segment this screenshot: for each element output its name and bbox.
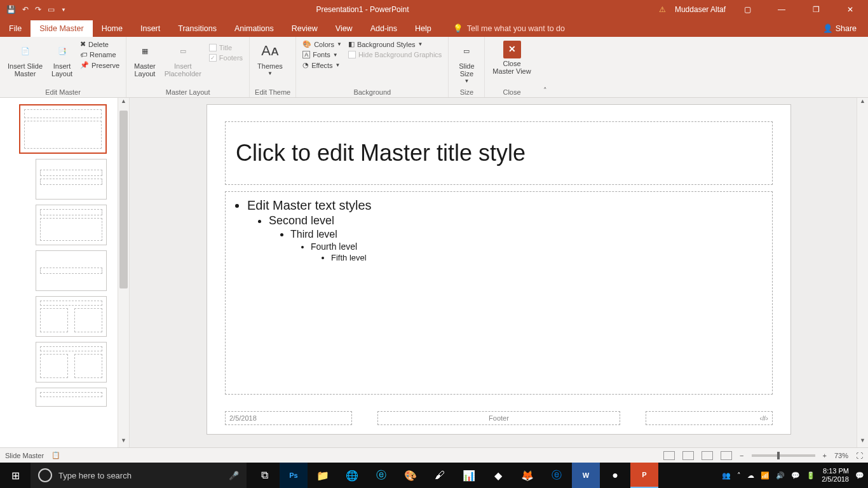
layout-thumbnail[interactable]	[36, 205, 107, 245]
tab-slide-master[interactable]: Slide Master	[31, 20, 92, 37]
zoom-slider-thumb[interactable]	[777, 452, 780, 459]
zoom-level[interactable]: 73%	[834, 452, 848, 459]
microphone-icon[interactable]: 🎤	[229, 471, 239, 480]
app-icon[interactable]: ◆	[484, 463, 512, 488]
insert-slide-master-button[interactable]: 📄 Insert Slide Master	[5, 39, 45, 79]
zoom-in-button[interactable]: +	[823, 452, 827, 459]
powerpoint-icon[interactable]: P	[630, 463, 658, 488]
tell-me-search[interactable]: 💡 Tell me what you want to do	[453, 20, 565, 37]
network-icon[interactable]: 📶	[761, 471, 770, 480]
bullet-level-3[interactable]: Third level	[290, 229, 762, 240]
slide-size-label: Slide Size	[459, 62, 474, 78]
bullet-level-4[interactable]: Fourth level	[311, 241, 762, 252]
ribbon-display-options-icon[interactable]: ▢	[735, 5, 760, 14]
share-button[interactable]: 👤 Share	[817, 20, 863, 37]
onedrive-icon[interactable]: ☁	[747, 471, 754, 480]
tab-transitions[interactable]: Transitions	[169, 20, 226, 37]
layout-thumbnail[interactable]	[36, 159, 107, 200]
thumbnail-scrollbar[interactable]: ▲ ▼	[118, 98, 129, 447]
chrome-icon[interactable]: 🌐	[338, 463, 366, 488]
preserve-button[interactable]: 📌Preserve	[79, 60, 121, 70]
file-explorer-icon[interactable]: 📁	[309, 463, 337, 488]
tab-home[interactable]: Home	[93, 20, 132, 37]
tab-review[interactable]: Review	[283, 20, 327, 37]
start-button[interactable]: ⊞	[0, 463, 31, 488]
tab-help[interactable]: Help	[406, 20, 440, 37]
bullet-level-2[interactable]: Second level	[269, 214, 762, 227]
tab-animations[interactable]: Animations	[226, 20, 283, 37]
normal-view-button[interactable]	[663, 451, 675, 460]
app-icon[interactable]: 📊	[455, 463, 483, 488]
bullet-level-5[interactable]: Fifth level	[331, 253, 762, 262]
close-button[interactable]: ✕	[837, 5, 863, 14]
scrollbar-thumb[interactable]	[119, 111, 128, 288]
tab-file[interactable]: File	[0, 20, 31, 37]
layout-thumbnail[interactable]	[36, 250, 107, 291]
slide-master-thumbnail[interactable]	[19, 104, 107, 154]
word-icon[interactable]: W	[572, 463, 600, 488]
scroll-down-icon[interactable]: ▼	[857, 437, 868, 447]
tab-insert[interactable]: Insert	[132, 20, 169, 37]
master-layout-button[interactable]: ▦ Master Layout	[132, 39, 158, 79]
scroll-up-icon[interactable]: ▲	[857, 98, 868, 108]
tab-addins[interactable]: Add-ins	[362, 20, 406, 37]
task-view-icon[interactable]: ⧉	[250, 463, 278, 488]
bullet-level-1[interactable]: Edit Master text styles	[247, 198, 762, 213]
slide-sorter-button[interactable]	[682, 451, 694, 460]
footer-placeholder[interactable]: Footer	[377, 411, 620, 425]
scroll-up-icon[interactable]: ▲	[118, 98, 129, 108]
layout-thumbnail[interactable]	[36, 342, 107, 383]
effects-button[interactable]: ◔Effects▼	[301, 60, 343, 70]
fit-to-window-button[interactable]: ⛶	[856, 452, 863, 459]
tab-view[interactable]: View	[327, 20, 362, 37]
volume-icon[interactable]: 🔊	[776, 471, 785, 480]
edit-scrollbar[interactable]: ▲ ▼	[857, 98, 868, 447]
start-from-beginning-icon[interactable]: ▭	[48, 5, 55, 14]
app-icon[interactable]: ●	[601, 463, 629, 488]
title-placeholder[interactable]: Click to edit Master title style	[225, 121, 773, 185]
collapse-ribbon-button[interactable]: ˄	[539, 37, 552, 97]
layout-thumbnail[interactable]	[36, 388, 107, 407]
reading-view-button[interactable]	[702, 451, 713, 460]
app-icon[interactable]: 🖌	[426, 463, 454, 488]
scroll-down-icon[interactable]: ▼	[118, 437, 129, 447]
notes-icon[interactable]: 📋	[51, 451, 60, 459]
fonts-button[interactable]: AFonts▼	[301, 50, 343, 59]
people-icon[interactable]: 👥	[722, 471, 731, 480]
redo-icon[interactable]: ↷	[35, 5, 41, 14]
background-styles-button[interactable]: ◧Background Styles▼	[347, 39, 443, 49]
date-placeholder[interactable]: 2/5/2018	[225, 411, 352, 425]
delete-icon: ✖	[80, 40, 86, 48]
themes-button[interactable]: Aᴀ Themes ▼	[255, 39, 285, 78]
minimize-button[interactable]: —	[769, 5, 794, 14]
taskbar-clock[interactable]: 8:13 PM 2/5/2018	[822, 467, 849, 484]
restore-button[interactable]: ❐	[803, 5, 829, 14]
action-center-icon[interactable]: 💬	[855, 471, 864, 480]
content-placeholder[interactable]: Edit Master text styles Second level Thi…	[225, 191, 773, 395]
rename-button[interactable]: 🏷Rename	[79, 50, 121, 59]
user-name[interactable]: Muddaser Altaf	[675, 5, 726, 14]
colors-button[interactable]: 🎨Colors▼	[301, 39, 343, 49]
slide-number-placeholder[interactable]: ‹#›	[646, 411, 773, 425]
qat-dropdown-icon[interactable]: ▼	[61, 7, 66, 13]
delete-button[interactable]: ✖Delete	[79, 39, 121, 49]
save-icon[interactable]: 💾	[6, 5, 16, 14]
battery-icon[interactable]: 🔋	[806, 471, 815, 480]
edge-icon[interactable]: ⓔ	[543, 463, 571, 488]
undo-icon[interactable]: ↶	[22, 5, 29, 14]
insert-layout-button[interactable]: 📑 Insert Layout	[49, 39, 75, 79]
slideshow-button[interactable]	[721, 451, 732, 460]
firefox-icon[interactable]: 🦊	[513, 463, 541, 488]
app-icon[interactable]: 🎨	[397, 463, 424, 488]
ie-icon[interactable]: ⓔ	[367, 463, 395, 488]
tray-chevron-icon[interactable]: ˄	[737, 471, 741, 480]
zoom-out-button[interactable]: −	[740, 452, 743, 459]
slide-size-button[interactable]: ▭ Slide Size ▼	[454, 39, 479, 86]
language-icon[interactable]: 💬	[791, 471, 800, 480]
slide-canvas[interactable]: Click to edit Master title style Edit Ma…	[207, 104, 791, 435]
taskbar-search[interactable]: Type here to search 🎤	[31, 463, 247, 488]
layout-thumbnail[interactable]	[36, 296, 107, 337]
photoshop-icon[interactable]: Ps	[280, 463, 308, 488]
zoom-slider[interactable]	[752, 454, 815, 457]
close-master-view-button[interactable]: ✕ Close Master View	[490, 39, 533, 76]
